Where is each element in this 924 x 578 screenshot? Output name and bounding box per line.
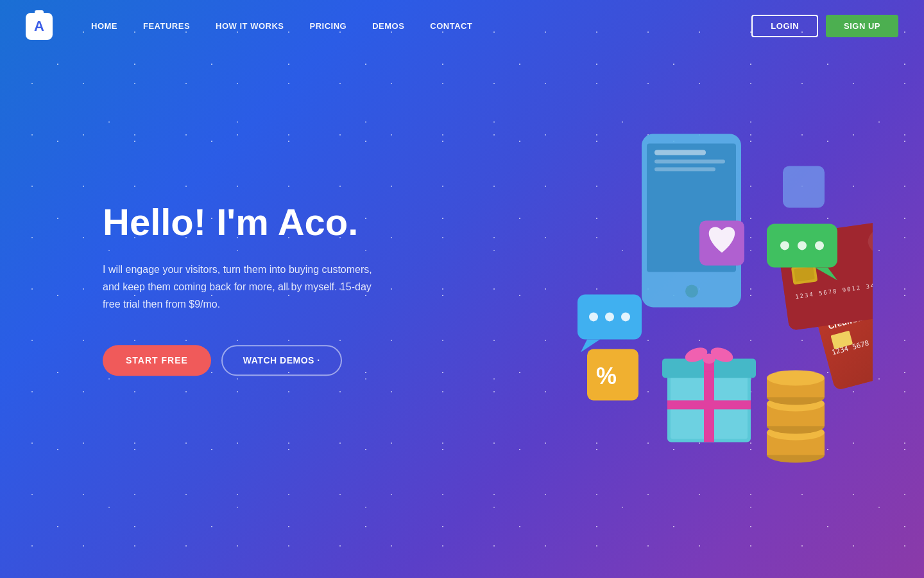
svg-rect-2 xyxy=(654,150,706,155)
svg-point-43 xyxy=(780,241,789,250)
hero-section: A HOME FEATURES HOW IT WORKS PRICING DEM… xyxy=(0,0,924,578)
nav-pricing[interactable]: PRICING xyxy=(310,21,347,31)
hero-illustration: CreditCard 1234 5678 9012 3456 CreditCar… xyxy=(513,95,873,468)
hero-description: I will engage your visitors, turn them i… xyxy=(103,261,372,313)
svg-rect-4 xyxy=(654,167,715,171)
hero-content: Hello! I'm Aco. I will engage your visit… xyxy=(103,202,372,376)
nav-demos[interactable]: DEMOS xyxy=(372,21,404,31)
svg-point-45 xyxy=(815,241,824,250)
logo[interactable]: A xyxy=(26,13,53,40)
hero-title: Hello! I'm Aco. xyxy=(103,202,372,243)
nav-how-it-works[interactable]: HOW IT WORKS xyxy=(216,21,284,31)
nav-home[interactable]: HOME xyxy=(91,21,117,31)
svg-point-44 xyxy=(798,241,807,250)
nav-features[interactable]: FEATURES xyxy=(143,21,190,31)
svg-rect-49 xyxy=(783,166,825,207)
svg-rect-3 xyxy=(654,159,725,163)
svg-point-38 xyxy=(589,312,598,321)
watch-demos-button[interactable]: WATCH DEMOS · xyxy=(221,346,342,376)
logo-icon: A xyxy=(26,13,53,40)
start-free-button[interactable]: START FREE xyxy=(103,346,211,376)
nav-links: HOME FEATURES HOW IT WORKS PRICING DEMOS… xyxy=(91,21,751,31)
svg-point-40 xyxy=(621,312,630,321)
svg-point-39 xyxy=(605,312,614,321)
navbar: A HOME FEATURES HOW IT WORKS PRICING DEM… xyxy=(0,0,924,52)
svg-point-5 xyxy=(685,285,698,297)
nav-contact[interactable]: CONTACT xyxy=(430,21,472,31)
svg-text:%: % xyxy=(596,363,617,389)
svg-point-35 xyxy=(767,370,825,385)
svg-rect-23 xyxy=(704,371,714,442)
svg-rect-14 xyxy=(794,267,814,282)
hero-buttons: START FREE WATCH DEMOS · xyxy=(103,346,372,376)
signup-button[interactable]: SIGN UP xyxy=(826,15,898,37)
nav-actions: LOGIN SIGN UP xyxy=(751,15,898,37)
login-button[interactable]: LOGIN xyxy=(751,15,818,37)
